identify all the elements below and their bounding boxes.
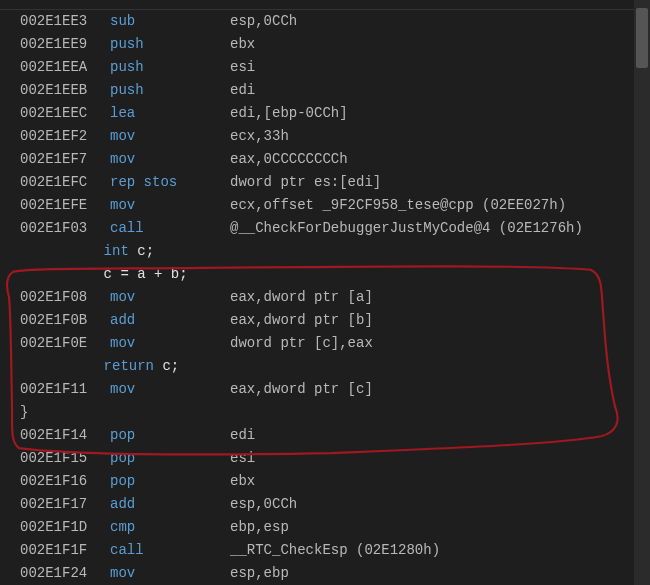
operand: edi bbox=[230, 424, 255, 447]
asm-line[interactable]: 002E1F08moveax,dword ptr [a] bbox=[20, 286, 630, 309]
mnemonic: rep stos bbox=[110, 171, 230, 194]
asm-line[interactable]: 002E1EFEmovecx,offset _9F2CF958_tese@cpp… bbox=[20, 194, 630, 217]
address: 002E1F0B bbox=[20, 309, 110, 332]
asm-line[interactable]: 002E1EF2movecx,33h bbox=[20, 125, 630, 148]
mnemonic: cmp bbox=[110, 516, 230, 539]
mnemonic: push bbox=[110, 33, 230, 56]
asm-line[interactable]: 002E1F17addesp,0CCh bbox=[20, 493, 630, 516]
address: 002E1EE3 bbox=[20, 10, 110, 33]
asm-line[interactable]: 002E1EE3subesp,0CCh bbox=[20, 10, 630, 33]
source-line[interactable]: return c; bbox=[20, 355, 630, 378]
source-line[interactable]: c = a + b; bbox=[20, 263, 630, 286]
asm-line[interactable]: 002E1F03call@__CheckForDebuggerJustMyCod… bbox=[20, 217, 630, 240]
operand: ebx bbox=[230, 33, 255, 56]
operand: eax,dword ptr [c] bbox=[230, 378, 373, 401]
address: 002E1F24 bbox=[20, 562, 110, 585]
operand: esi bbox=[230, 447, 255, 470]
asm-line[interactable]: 002E1F24movesp,ebp bbox=[20, 562, 630, 585]
operand: ecx,offset _9F2CF958_tese@cpp (02EE027h) bbox=[230, 194, 566, 217]
mnemonic: mov bbox=[110, 562, 230, 585]
asm-line[interactable]: 002E1F1Fcall__RTC_CheckEsp (02E1280h) bbox=[20, 539, 630, 562]
operand: ecx,33h bbox=[230, 125, 289, 148]
mnemonic: sub bbox=[110, 10, 230, 33]
asm-line[interactable]: 002E1F1Dcmpebp,esp bbox=[20, 516, 630, 539]
address: 002E1EFE bbox=[20, 194, 110, 217]
address: 002E1F11 bbox=[20, 378, 110, 401]
mnemonic: push bbox=[110, 79, 230, 102]
mnemonic: pop bbox=[110, 470, 230, 493]
address: 002E1F17 bbox=[20, 493, 110, 516]
scrollbar-track[interactable] bbox=[634, 0, 650, 585]
source-line[interactable]: int c; bbox=[20, 240, 630, 263]
mnemonic: call bbox=[110, 217, 230, 240]
operand: eax,0CCCCCCCCh bbox=[230, 148, 348, 171]
mnemonic: add bbox=[110, 493, 230, 516]
operand: esp,0CCh bbox=[230, 493, 297, 516]
asm-line[interactable]: 002E1EEApushesi bbox=[20, 56, 630, 79]
address: 002E1F03 bbox=[20, 217, 110, 240]
operand: eax,dword ptr [a] bbox=[230, 286, 373, 309]
asm-line[interactable]: 002E1F0Emovdword ptr [c],eax bbox=[20, 332, 630, 355]
asm-line[interactable]: 002E1EFCrep stosdword ptr es:[edi] bbox=[20, 171, 630, 194]
address: 002E1F15 bbox=[20, 447, 110, 470]
operand: dword ptr [c],eax bbox=[230, 332, 373, 355]
title-bar bbox=[0, 0, 650, 10]
operand: edi,[ebp-0CCh] bbox=[230, 102, 348, 125]
mnemonic: pop bbox=[110, 447, 230, 470]
mnemonic: push bbox=[110, 56, 230, 79]
asm-line[interactable]: 002E1F14popedi bbox=[20, 424, 630, 447]
mnemonic: mov bbox=[110, 125, 230, 148]
address: 002E1EEC bbox=[20, 102, 110, 125]
operand: edi bbox=[230, 79, 255, 102]
scrollbar-thumb[interactable] bbox=[636, 8, 648, 68]
keyword: return bbox=[104, 358, 154, 374]
mnemonic: add bbox=[110, 309, 230, 332]
operand: esp,0CCh bbox=[230, 10, 297, 33]
mnemonic: mov bbox=[110, 286, 230, 309]
asm-line[interactable]: 002E1F15popesi bbox=[20, 447, 630, 470]
asm-line[interactable]: 002E1F0Baddeax,dword ptr [b] bbox=[20, 309, 630, 332]
asm-line[interactable]: 002E1EECleaedi,[ebp-0CCh] bbox=[20, 102, 630, 125]
mnemonic: mov bbox=[110, 378, 230, 401]
closing-brace[interactable]: } bbox=[20, 401, 630, 424]
address: 002E1EFC bbox=[20, 171, 110, 194]
asm-line[interactable]: 002E1F16popebx bbox=[20, 470, 630, 493]
disassembly-window: 002E1EE3subesp,0CCh002E1EE9pushebx002E1E… bbox=[0, 0, 650, 585]
address: 002E1F08 bbox=[20, 286, 110, 309]
asm-line[interactable]: 002E1F11moveax,dword ptr [c] bbox=[20, 378, 630, 401]
operand: ebp,esp bbox=[230, 516, 289, 539]
operand: eax,dword ptr [b] bbox=[230, 309, 373, 332]
asm-line[interactable]: 002E1EE9pushebx bbox=[20, 33, 630, 56]
address: 002E1EF7 bbox=[20, 148, 110, 171]
operand: dword ptr es:[edi] bbox=[230, 171, 381, 194]
mnemonic: pop bbox=[110, 424, 230, 447]
address: 002E1F14 bbox=[20, 424, 110, 447]
disassembly-content[interactable]: 002E1EE3subesp,0CCh002E1EE9pushebx002E1E… bbox=[0, 10, 650, 585]
address: 002E1F1F bbox=[20, 539, 110, 562]
address: 002E1F1D bbox=[20, 516, 110, 539]
address: 002E1F16 bbox=[20, 470, 110, 493]
mnemonic: lea bbox=[110, 102, 230, 125]
address: 002E1EEA bbox=[20, 56, 110, 79]
mnemonic: mov bbox=[110, 332, 230, 355]
asm-line[interactable]: 002E1EEBpushedi bbox=[20, 79, 630, 102]
asm-line[interactable]: 002E1EF7moveax,0CCCCCCCCh bbox=[20, 148, 630, 171]
mnemonic: mov bbox=[110, 194, 230, 217]
operand: @__CheckForDebuggerJustMyCode@4 (02E1276… bbox=[230, 217, 583, 240]
address: 002E1EEB bbox=[20, 79, 110, 102]
mnemonic: mov bbox=[110, 148, 230, 171]
operand: ebx bbox=[230, 470, 255, 493]
operand: __RTC_CheckEsp (02E1280h) bbox=[230, 539, 440, 562]
keyword: int bbox=[104, 243, 129, 259]
operand: esi bbox=[230, 56, 255, 79]
address: 002E1F0E bbox=[20, 332, 110, 355]
operand: esp,ebp bbox=[230, 562, 289, 585]
address: 002E1EE9 bbox=[20, 33, 110, 56]
mnemonic: call bbox=[110, 539, 230, 562]
address: 002E1EF2 bbox=[20, 125, 110, 148]
